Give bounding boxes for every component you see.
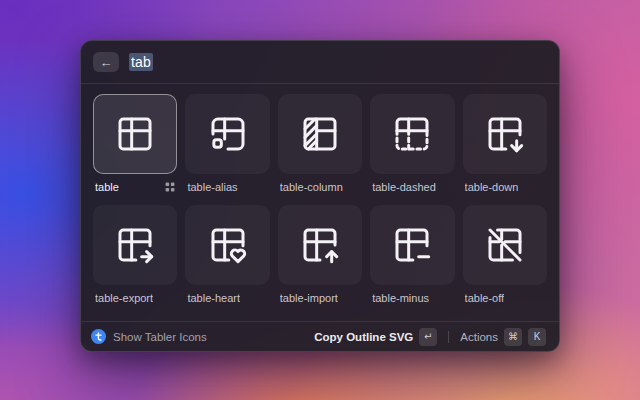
table-icon: [115, 114, 155, 154]
icon-tile: [278, 205, 362, 285]
icon-result-cell[interactable]: table-down: [463, 94, 547, 193]
table-column-icon: [300, 114, 340, 154]
icon-tile: [370, 205, 454, 285]
icon-result-cell[interactable]: table-alias: [185, 94, 269, 193]
icon-label: table-minus: [372, 292, 429, 304]
cmd-key-badge: ⌘: [504, 328, 522, 346]
grid-badge-icon: [165, 182, 175, 192]
icon-label-row: table-dashed: [370, 180, 454, 193]
icon-result-cell[interactable]: table: [93, 94, 177, 193]
icon-label: table-off: [465, 292, 505, 304]
icon-result-cell[interactable]: table-heart: [185, 205, 269, 304]
icon-result-cell[interactable]: table-column: [278, 94, 362, 193]
enter-key-badge: ↵: [419, 328, 437, 346]
back-button[interactable]: ←: [93, 52, 119, 72]
icon-label: table-heart: [187, 292, 240, 304]
icon-label: table-dashed: [372, 181, 436, 193]
icon-result-cell[interactable]: table-export: [93, 205, 177, 304]
desktop-background: ← tab table: [0, 0, 640, 400]
icon-tile: [93, 94, 177, 174]
copy-outline-svg-button[interactable]: Copy Outline SVG ↵: [311, 326, 440, 348]
icon-tile: [278, 94, 362, 174]
icon-tile: [185, 205, 269, 285]
table-minus-icon: [392, 225, 432, 265]
table-off-icon: [485, 225, 525, 265]
table-dashed-icon: [392, 114, 432, 154]
icon-result-cell[interactable]: table-import: [278, 205, 362, 304]
icon-tile: [370, 94, 454, 174]
icon-label-row: table: [93, 180, 177, 193]
table-alias-icon: [208, 114, 248, 154]
icon-label: table-export: [95, 292, 153, 304]
icon-label-row: table-alias: [185, 180, 269, 193]
icon-label: table-alias: [187, 181, 237, 193]
icon-tile: [185, 94, 269, 174]
icon-label: table-import: [280, 292, 338, 304]
icon-tile: [93, 205, 177, 285]
table-import-icon: [300, 225, 340, 265]
primary-action-label: Copy Outline SVG: [314, 331, 413, 343]
icon-label-row: table-import: [278, 291, 362, 304]
icon-result-cell[interactable]: table-dashed: [370, 94, 454, 193]
icon-label: table: [95, 181, 119, 193]
table-export-icon: [115, 225, 155, 265]
tabler-logo-icon: [91, 329, 106, 344]
icon-search-window: ← tab table: [80, 40, 560, 352]
search-text: tab: [129, 53, 153, 71]
icon-result-cell[interactable]: table-off: [463, 205, 547, 304]
icon-label-row: table-heart: [185, 291, 269, 304]
icon-label-row: table-down: [463, 180, 547, 193]
icon-tile: [463, 94, 547, 174]
search-input[interactable]: tab: [129, 54, 547, 70]
table-down-icon: [485, 114, 525, 154]
icon-tile: [463, 205, 547, 285]
footer-app[interactable]: Show Tabler Icons: [91, 329, 207, 344]
actions-menu-button[interactable]: Actions ⌘ K: [457, 326, 549, 348]
table-heart-icon: [208, 225, 248, 265]
icon-label-row: table-minus: [370, 291, 454, 304]
status-bar: Show Tabler Icons Copy Outline SVG ↵ Act…: [81, 321, 559, 351]
footer-divider: [448, 331, 449, 343]
search-bar: ← tab: [81, 41, 559, 84]
icon-label: table-column: [280, 181, 343, 193]
footer-app-label: Show Tabler Icons: [113, 331, 207, 343]
icon-grid: table: [81, 84, 559, 321]
icon-label-row: table-off: [463, 291, 547, 304]
icon-result-cell[interactable]: table-minus: [370, 205, 454, 304]
icon-label-row: table-column: [278, 180, 362, 193]
footer-actions: Copy Outline SVG ↵ Actions ⌘ K: [311, 326, 549, 348]
back-arrow-icon: ←: [100, 56, 113, 69]
icon-label-row: table-export: [93, 291, 177, 304]
icon-label: table-down: [465, 181, 519, 193]
k-key-badge: K: [528, 328, 546, 346]
actions-label: Actions: [460, 331, 498, 343]
